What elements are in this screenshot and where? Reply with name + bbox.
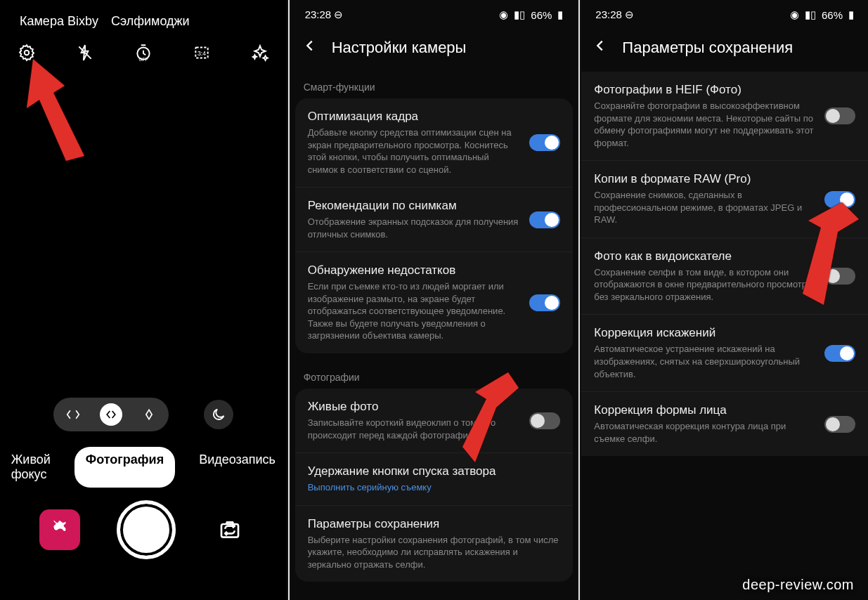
battery-icon: ▮	[848, 8, 854, 21]
watermark: deep-review.com	[742, 577, 854, 593]
battery-icon: ▮	[557, 8, 563, 21]
toggle-flaw-detection[interactable]	[529, 294, 560, 311]
camera-modes[interactable]: Живой фокус Фотография Видеозапись	[0, 441, 287, 500]
setting-hold-shutter[interactable]: Удержание кнопки спуска затвораВыполнить…	[295, 453, 574, 506]
wifi-icon: ◉	[499, 8, 508, 21]
flash-off-icon[interactable]	[75, 43, 95, 63]
zoom-wide-icon[interactable]	[100, 403, 122, 426]
toggle-scene-optimizer[interactable]	[529, 134, 560, 151]
toggle-heif[interactable]	[824, 107, 855, 124]
toggle-motion-photos[interactable]	[529, 412, 560, 429]
wifi-icon: ◉	[790, 8, 799, 21]
section-smart: Смарт-функции	[291, 72, 578, 98]
setting-face-shape-correction[interactable]: Коррекция формы лицаАвтоматическая корре…	[581, 392, 868, 456]
signal-icon: ▮▯	[805, 8, 816, 21]
mode-photo[interactable]: Фотография	[75, 447, 175, 488]
svg-text:3:4: 3:4	[197, 50, 206, 57]
page-title: Настройки камеры	[332, 39, 467, 57]
svg-point-0	[25, 51, 30, 56]
aspect-ratio-icon[interactable]: 3:4	[192, 43, 212, 63]
timer-off-icon[interactable]: OFF	[134, 43, 153, 63]
shutter-button[interactable]	[117, 500, 176, 559]
dnd-icon: ⊖	[334, 8, 343, 20]
gallery-thumbnail[interactable]	[39, 509, 80, 550]
zoom-tele-icon[interactable]	[138, 403, 160, 426]
battery-text: 66%	[531, 9, 552, 21]
camera-viewfinder[interactable]	[0, 67, 287, 398]
toggle-as-viewfinder[interactable]	[824, 268, 855, 285]
filters-icon[interactable]	[250, 43, 270, 63]
zoom-selector[interactable]	[53, 398, 169, 431]
back-button[interactable]	[302, 38, 318, 58]
setting-as-viewfinder[interactable]: Фото как в видоискателеСохранение селфи …	[581, 238, 868, 315]
toggle-distortion-correction[interactable]	[824, 345, 855, 362]
night-mode-icon[interactable]	[204, 400, 233, 429]
mode-video[interactable]: Видеозапись	[188, 447, 287, 488]
bixby-vision-link[interactable]: Камера Bixby	[20, 14, 98, 29]
statusbar-time: 23:28	[595, 8, 622, 20]
svg-text:OFF: OFF	[138, 57, 148, 62]
setting-distortion-correction[interactable]: Коррекция искаженийАвтоматическое устран…	[581, 315, 868, 392]
setting-raw-copies[interactable]: Копии в формате RAW (Pro)Сохранение сним…	[581, 161, 868, 238]
page-title: Параметры сохранения	[622, 39, 793, 57]
back-button[interactable]	[592, 38, 608, 58]
signal-icon: ▮▯	[514, 8, 525, 21]
toggle-shot-suggestions[interactable]	[529, 211, 560, 228]
setting-scene-optimizer[interactable]: Оптимизация кадраДобавьте кнопку средств…	[295, 98, 574, 188]
zoom-ultrawide-icon[interactable]	[62, 403, 84, 426]
setting-shot-suggestions[interactable]: Рекомендации по снимкамОтображение экран…	[295, 188, 574, 252]
toggle-raw-copies[interactable]	[824, 191, 855, 208]
statusbar-time: 23:28	[305, 8, 332, 20]
section-photos: Фотографии	[291, 362, 578, 389]
section-video: Видео	[291, 590, 578, 600]
setting-flaw-detection[interactable]: Обнаружение недостатковЕсли при съемке к…	[295, 252, 574, 353]
setting-heif[interactable]: Фотографии в HEIF (Фото)Сохраняйте фотог…	[581, 72, 868, 161]
switch-camera-icon[interactable]	[212, 512, 247, 547]
setting-motion-photos[interactable]: Живые фотоЗаписывайте короткий видеоклип…	[295, 389, 574, 453]
toggle-face-shape-correction[interactable]	[824, 416, 855, 433]
mode-live-focus[interactable]: Живой фокус	[0, 447, 62, 488]
selfimoji-link[interactable]: Сэлфимоджи	[111, 14, 190, 29]
settings-gear-icon[interactable]	[17, 43, 37, 63]
dnd-icon: ⊖	[625, 8, 634, 20]
setting-save-options[interactable]: Параметры сохраненияВыберите настройки с…	[295, 506, 574, 582]
battery-text: 66%	[822, 9, 843, 21]
